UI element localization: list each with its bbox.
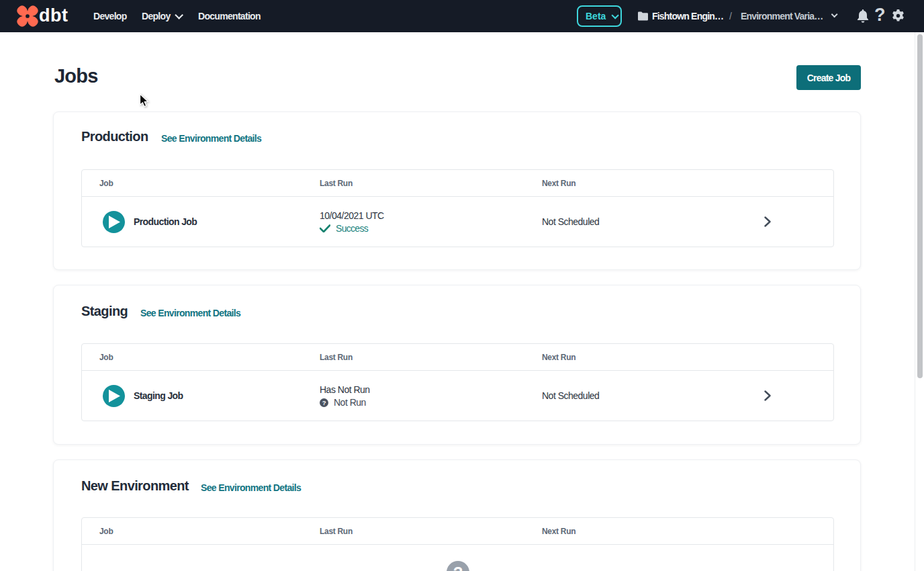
svg-text:?: ?	[453, 564, 463, 571]
svg-text:?: ?	[322, 398, 326, 406]
